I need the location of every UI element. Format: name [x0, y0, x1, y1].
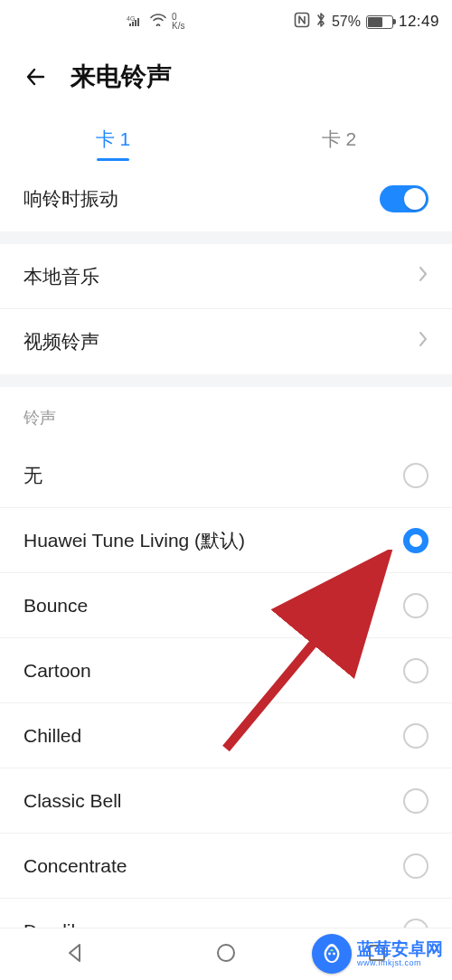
vibrate-label: 响铃时振动 [24, 186, 380, 212]
radio-icon[interactable] [403, 593, 428, 618]
ringtone-row[interactable]: Concentrate [0, 834, 452, 899]
watermark: 蓝莓安卓网 www.lmkjst.com [306, 928, 452, 980]
watermark-text: 蓝莓安卓网 [357, 940, 443, 958]
back-button[interactable] [22, 62, 51, 91]
group-vibrate: 响铃时振动 [0, 166, 452, 231]
chevron-right-icon [418, 330, 428, 353]
radio-icon[interactable] [403, 528, 428, 553]
tab-sim2[interactable]: 卡 2 [226, 112, 452, 166]
speed-unit: K/s [172, 21, 184, 31]
section-gap [0, 374, 452, 387]
radio-icon[interactable] [403, 723, 428, 749]
video-ringtone-label: 视频铃声 [24, 329, 418, 354]
row-local-music[interactable]: 本地音乐 [0, 244, 452, 309]
group-sources: 本地音乐 视频铃声 [0, 244, 452, 374]
network-4g-icon: 4G [127, 14, 145, 29]
page-title: 来电铃声 [71, 60, 172, 94]
svg-point-6 [333, 953, 335, 956]
status-bar: 4G 0 K/s 57% 12:49 [0, 0, 452, 43]
ringtone-label: Concentrate [24, 855, 403, 877]
watermark-url: www.lmkjst.com [357, 958, 443, 967]
ringtone-label: 无 [24, 463, 403, 488]
ringtone-row[interactable]: Classic Bell [0, 768, 452, 834]
battery-icon [366, 15, 393, 29]
chevron-right-icon [418, 265, 428, 288]
tab-sim2-label: 卡 2 [322, 127, 357, 152]
radio-icon[interactable] [403, 658, 428, 683]
screen: 4G 0 K/s 57% 12:49 [0, 0, 452, 980]
status-right: 57% 12:49 [294, 12, 439, 33]
row-vibrate[interactable]: 响铃时振动 [0, 166, 452, 231]
network-speed: 0 K/s [172, 13, 184, 32]
radio-icon[interactable] [403, 788, 428, 814]
group-ringtones: 铃声 无 Huawei Tune Living (默认) Bounce Cart… [0, 387, 452, 964]
status-left: 4G 0 K/s [0, 13, 294, 32]
svg-point-5 [328, 953, 331, 956]
nav-home-button[interactable] [214, 941, 238, 968]
local-music-label: 本地音乐 [24, 264, 418, 289]
speed-value: 0 [172, 12, 177, 22]
row-video-ringtone[interactable]: 视频铃声 [0, 309, 452, 374]
ringtone-label: Bounce [24, 595, 403, 617]
header: 来电铃声 [0, 43, 452, 112]
ringtone-label: Classic Bell [24, 790, 403, 812]
ringtone-section-title: 铃声 [0, 387, 452, 443]
nav-back-button[interactable] [63, 941, 87, 968]
ringtone-row[interactable]: Bounce [0, 573, 452, 638]
arrow-left-icon [24, 64, 49, 90]
tab-sim1[interactable]: 卡 1 [0, 112, 226, 166]
ringtone-row[interactable]: 无 [0, 443, 452, 508]
watermark-text-wrap: 蓝莓安卓网 www.lmkjst.com [357, 940, 443, 967]
ringtone-row[interactable]: Chilled [0, 703, 452, 768]
ringtone-row[interactable]: Huawei Tune Living (默认) [0, 508, 452, 573]
wifi-icon [150, 13, 166, 31]
radio-icon[interactable] [403, 463, 428, 488]
svg-text:4G: 4G [127, 15, 135, 22]
section-gap [0, 231, 452, 244]
radio-icon[interactable] [403, 853, 428, 879]
nfc-icon [294, 12, 310, 33]
ringtone-label: Cartoon [24, 660, 403, 682]
vibrate-toggle[interactable] [380, 185, 428, 212]
clock: 12:49 [399, 13, 439, 31]
watermark-icon [312, 934, 352, 974]
bluetooth-icon [315, 12, 326, 33]
battery-percent: 57% [332, 14, 361, 30]
ringtone-row[interactable]: Cartoon [0, 638, 452, 703]
ringtone-label: Chilled [24, 725, 403, 747]
ringtone-label: Huawei Tune Living (默认) [24, 528, 403, 553]
svg-point-3 [218, 945, 234, 961]
content: 响铃时振动 本地音乐 视频铃声 铃声 [0, 166, 452, 980]
sim-tabs: 卡 1 卡 2 [0, 112, 452, 166]
tab-sim1-label: 卡 1 [96, 127, 131, 152]
